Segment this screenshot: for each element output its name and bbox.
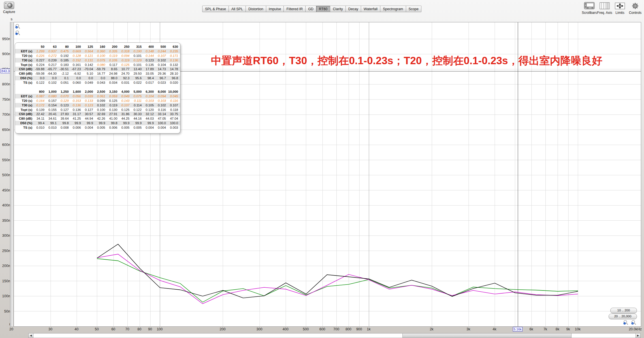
tab-clarity[interactable]: Clarity — [330, 6, 346, 12]
table-row: D50 (%)0.00.00.10.00.00.088.092.395.698.… — [15, 76, 180, 80]
table-cell: 0.131 — [83, 58, 95, 63]
table-cell: 5.10 — [83, 71, 95, 76]
table-cell: 24.70 — [119, 71, 131, 76]
table-cell: 0.161 — [71, 63, 83, 67]
controls-button[interactable]: Controls — [628, 1, 643, 15]
table-cell: 0.080 — [46, 94, 59, 98]
row-label: C80 (dB) — [15, 116, 34, 121]
table-cell: 32.69 — [95, 112, 107, 116]
table-row: Topt (s)0.2240.2170.1830.1610.1420.0800.… — [15, 63, 180, 67]
tab-filtered-ir[interactable]: Filtered IR — [284, 6, 306, 12]
y-axis-unit-label: s — [0, 17, 12, 21]
tab-all-spl[interactable]: All SPL — [229, 6, 246, 12]
table-cell: 0.023 — [156, 80, 168, 85]
table-header-row: 8001,0001,2501,6002,0002,5003,1504,0005,… — [15, 89, 180, 94]
table-cell: 0.099 — [95, 98, 107, 103]
freq-column-header: 500 — [156, 44, 168, 49]
y-range-button[interactable]: 10 .. 200 — [610, 308, 637, 313]
x-tick-label: 8k — [556, 327, 559, 331]
table-cell: 0.010 — [46, 125, 59, 130]
table-cell: 0.125 — [119, 63, 131, 67]
zoom-out-y-icon[interactable]: − — [15, 30, 21, 36]
table-cell: 0.119 — [107, 103, 119, 107]
table-cell: 0.123 — [59, 103, 71, 107]
table-cell: 0.127 — [83, 107, 95, 112]
scroll-left-arrow[interactable]: ◀ — [29, 333, 33, 338]
tab-rt60[interactable]: RT60 — [316, 6, 330, 12]
freq-column-header: 6,300 — [144, 89, 156, 94]
table-cell: 0.087 — [34, 94, 46, 98]
tab-decay[interactable]: Decay — [346, 6, 361, 12]
tab-waterfall[interactable]: Waterfall — [361, 6, 380, 12]
freq-column-header: 1,000 — [46, 89, 59, 94]
tab-spectrogram[interactable]: Spectrogram — [380, 6, 406, 12]
table-cell: 0.132 — [168, 63, 180, 67]
view-toolbar: ScrollbarsFreq. AxisLimitsControls — [582, 1, 643, 15]
tab-distortion[interactable]: Distortion — [246, 6, 266, 12]
zoom-in-x-icon[interactable]: + — [631, 320, 637, 326]
table-cell: 0.122 — [34, 80, 46, 85]
y-tick-label: 50m — [0, 309, 11, 313]
row-label: T30 (s) — [15, 58, 34, 63]
table-cell: 0.102 — [95, 103, 107, 107]
row-label: TS (s) — [15, 125, 34, 130]
freq-column-header: 200 — [107, 44, 119, 49]
table-cell: 0.157 — [46, 98, 59, 103]
freq-axis-button[interactable]: Freq. Axis — [597, 1, 612, 15]
table-cell: 0.105 — [107, 58, 119, 63]
frequency-axis-scrollbar[interactable]: ◀ ▶ — [28, 333, 641, 338]
table-cell: 95.6 — [131, 76, 144, 80]
table-cell: 99.9 — [131, 121, 144, 125]
freq-column-header: 4,000 — [119, 89, 131, 94]
capture-button[interactable]: Capture — [1, 2, 17, 14]
zoom-out-x-icon[interactable]: − — [623, 320, 629, 326]
table-cell: 0.127 — [59, 107, 71, 112]
table-cell: -30.51 — [59, 67, 71, 71]
x-tick-label: 500 — [303, 327, 309, 331]
tab-impulse[interactable]: Impulse — [266, 6, 284, 12]
table-cell: 99.1 — [46, 121, 59, 125]
table-cell: 0.116 — [156, 107, 168, 112]
scrollbar-thumb[interactable] — [402, 333, 572, 338]
row-label: T20 (s) — [15, 98, 34, 103]
rt60-table-group-2: 8001,0001,2501,6002,0002,5003,1504,0005,… — [15, 89, 180, 130]
table-cell: 0.475 — [59, 49, 71, 53]
table-cell: 99.9 — [144, 121, 156, 125]
table-cell: 96.8 — [168, 76, 180, 80]
table-cell: 0.136 — [71, 103, 83, 107]
zoom-in-y-icon[interactable]: + — [15, 24, 21, 29]
x-tick-label: 700 — [333, 327, 339, 331]
tab-scope[interactable]: Scope — [406, 6, 421, 12]
table-cell: 0.227 — [34, 58, 46, 63]
tab-spl-phase[interactable]: SPL & Phase — [202, 6, 229, 12]
series-topt — [97, 259, 578, 302]
table-cell: -64.30 — [46, 71, 59, 76]
tool-label: Limits — [612, 11, 628, 15]
freq-range-button[interactable]: 20 .. 20,000 — [609, 314, 637, 319]
table-cell: 0.061 — [95, 94, 107, 98]
scrollbars-icon — [582, 1, 597, 11]
table-cell: 0.155 — [46, 107, 59, 112]
table-cell: -59.08 — [34, 71, 46, 76]
scrollbars-button[interactable]: Scrollbars — [582, 1, 597, 15]
table-cell: 0.102 — [156, 58, 168, 63]
table-cell: 0.075 — [131, 94, 144, 98]
table-cell: 0.564 — [83, 49, 95, 53]
limits-button[interactable]: Limits — [612, 1, 628, 15]
table-cell: 24.98 — [107, 71, 119, 76]
table-cell: 0.116 — [168, 98, 180, 103]
scroll-right-arrow[interactable]: ▶ — [636, 333, 640, 338]
table-cell: 0.119 — [119, 58, 131, 63]
table-cell: 30.57 — [83, 112, 95, 116]
y-tick-label: 250m — [0, 249, 11, 253]
table-cell: 0.101 — [131, 63, 144, 67]
table-cell: 0.105 — [144, 103, 156, 107]
table-cell: -6.92 — [71, 71, 83, 76]
x-tick-label: 6k — [530, 327, 533, 331]
table-cell: 0.117 — [107, 63, 119, 67]
table-cell: 0.192 — [59, 53, 71, 58]
table-cell: 0.183 — [59, 63, 71, 67]
vertical-axis-scrollbar[interactable] — [10, 22, 13, 327]
tab-gd[interactable]: GD — [306, 6, 316, 12]
x-tick-label: 30 — [48, 327, 52, 331]
